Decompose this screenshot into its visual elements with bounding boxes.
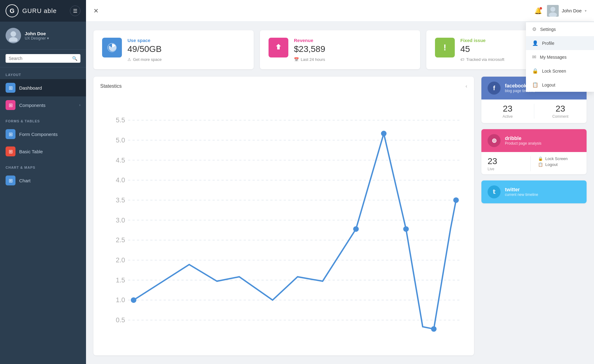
user-name: John Doe [25,31,80,36]
chart-icon: ⊞ [6,176,15,185]
right-panel: f facebook blog page timeline 23 Active … [481,77,587,355]
form-components-icon: ⊞ [6,129,15,139]
close-button[interactable]: ✕ [93,7,99,15]
section-label-forms: Forms & Tables [0,114,86,125]
warning-icon: ⚠ [127,57,131,62]
search-box: 🔍 [6,54,80,63]
stat-card-use-space: Use space 49/50GB ⚠ Get more space [93,30,254,69]
social-card-twitter: 𝕥 twitter current new timeline [481,180,587,203]
user-info: John Doe UX Designer ▾ [25,31,80,40]
dribble-logout-item[interactable]: 📋 Logout [538,162,581,167]
notification-bell[interactable]: 🔔 [534,7,542,15]
lock-icon: 🔒 [532,68,538,74]
svg-point-3 [550,7,555,12]
stat-sub: 📅 Last 24 hours [294,57,411,62]
dropdown-item-messages[interactable]: ✉ My Messages [526,50,594,64]
sidebar-item-chart[interactable]: ⊞ Chart [0,172,86,189]
logo-text: GURU able [22,7,57,15]
facebook-active-stat: 23 Active [481,104,534,119]
svg-point-0 [11,31,16,37]
sidebar-item-label: Form Components [19,132,58,137]
fixed-issue-icon: ! [435,38,455,57]
svg-point-29 [381,131,386,136]
svg-text:4.5: 4.5 [116,156,125,164]
person-icon: 👤 [532,40,538,46]
stat-value: 49/50GB [127,44,245,54]
svg-point-28 [353,226,359,232]
sidebar: G GURU able ☰ John Doe UX Designer ▾ [0,0,86,364]
components-icon: ⊞ [6,100,15,110]
chevron-right-icon: › [79,103,80,107]
svg-text:2.5: 2.5 [116,236,125,244]
sidebar-item-label: Dashboard [19,85,42,91]
svg-point-31 [431,326,437,332]
twitter-header: 𝕥 twitter current new timeline [481,180,587,203]
sidebar-item-form-components[interactable]: ⊞ Form Components [0,125,86,143]
svg-text:4.0: 4.0 [116,176,125,184]
dropdown-item-profile[interactable]: 👤 Profile [526,36,594,50]
sidebar-logo: G GURU able ☰ [0,0,86,22]
sidebar-item-dashboard[interactable]: ⊞ Dashboard [0,79,86,96]
logo-icon: G [6,4,19,17]
sidebar-item-basic-table[interactable]: ⊞ Basic Table [0,143,86,160]
stat-info-use-space: Use space 49/50GB ⚠ Get more space [127,38,245,62]
header: ✕ 🔔 John Doe ▾ [86,0,594,22]
user-role[interactable]: UX Designer ▾ [25,36,80,40]
facebook-icon: f [488,82,501,95]
sidebar-item-label: Components [19,103,45,108]
search-input[interactable] [9,56,70,61]
page-content: Use space 49/50GB ⚠ Get more space Reven… [86,22,594,364]
section-label-layout: Layout [0,67,86,79]
dribble-menu: 🔒 Lock Screen 📋 Logout [538,156,581,168]
chevron-down-icon: ▾ [585,9,587,13]
notification-dot [540,7,542,10]
svg-text:0.5: 0.5 [116,316,125,324]
dropdown-item-settings[interactable]: ⚙ Settings [526,22,594,36]
dribble-header: ⊚ dribble Product page analysis [481,129,587,152]
header-avatar [547,5,559,17]
chart-header: Statestics ‹ [100,83,467,89]
svg-text:2.0: 2.0 [116,256,125,264]
sidebar-item-components[interactable]: ⊞ Components › [0,96,86,114]
dribble-info: dribble Product page analysis [505,136,541,146]
svg-text:5.0: 5.0 [116,136,125,144]
logout-icon: 📋 [532,82,538,88]
svg-text:3.0: 3.0 [116,216,125,224]
facebook-stats: 23 Active 23 Comment [481,99,587,123]
svg-point-30 [403,226,409,232]
main-content: ✕ 🔔 John Doe ▾ ⚙ Settings 👤 Profil [86,0,594,364]
sidebar-item-label: Chart [19,178,31,183]
chart-collapse-chevron[interactable]: ‹ [466,83,467,89]
chevron-down-icon: ▾ [47,36,49,40]
basic-table-icon: ⊞ [6,146,15,156]
twitter-info: twitter current new timeline [505,187,538,197]
dribble-stats: 23 Live 🔒 Lock Screen 📋 Logout [481,152,587,174]
stat-info-revenue: Revenue $23,589 📅 Last 24 hours [294,38,411,62]
sidebar-item-label: Basic Table [19,149,43,154]
dropdown-item-lock-screen[interactable]: 🔒 Lock Screen [526,64,594,78]
tag-icon: 🏷 [460,57,464,62]
stats-row: Use space 49/50GB ⚠ Get more space Reven… [93,30,587,69]
statistics-chart: .grid { stroke: #e0e6ed; stroke-width: 1… [100,94,467,349]
lock-icon: 🔒 [538,156,543,161]
use-space-icon [102,38,122,57]
dribble-lock-item[interactable]: 🔒 Lock Screen [538,156,581,161]
svg-text:3.5: 3.5 [116,196,125,204]
search-icon: 🔍 [72,56,77,61]
svg-text:5.5: 5.5 [116,116,125,124]
svg-text:1.0: 1.0 [116,296,125,304]
menu-toggle-button[interactable]: ☰ [70,6,80,16]
dropdown-item-logout[interactable]: 📋 Logout [526,78,594,92]
header-user-menu[interactable]: John Doe ▾ [547,5,587,17]
bottom-row: Statestics ‹ .grid { stroke: #e0e6ed; st… [93,77,587,355]
svg-point-32 [453,197,459,203]
stat-label: Use space [127,38,245,43]
social-card-dribble: ⊚ dribble Product page analysis 23 Live [481,129,587,174]
stat-label: Revenue [294,38,411,43]
stat-card-revenue: Revenue $23,589 📅 Last 24 hours [260,30,420,69]
dashboard-icon: ⊞ [6,83,15,93]
svg-point-1 [9,37,18,42]
dribble-live-stat: 23 Live [488,156,531,171]
stat-value: $23,589 [294,44,411,54]
header-username: John Doe [562,8,582,13]
